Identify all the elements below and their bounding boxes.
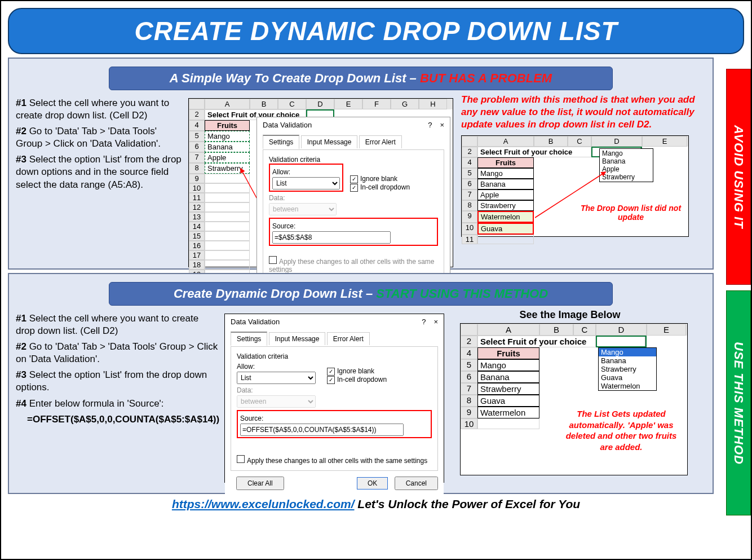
- help-icon[interactable]: ?: [422, 318, 426, 326]
- sidebar-avoid: AVOID USING IT: [726, 69, 751, 285]
- tab-settings[interactable]: Settings: [231, 332, 267, 346]
- see-image-label: See the Image Below: [449, 309, 691, 321]
- incell-dropdown-checkbox[interactable]: ✓: [350, 184, 358, 192]
- data-validation-dialog-2: Data Validation?× Settings Input Message…: [224, 314, 444, 483]
- section1-steps: #1 Select the cell where you want to cre…: [16, 94, 184, 195]
- close-icon[interactable]: ×: [433, 318, 438, 326]
- incell-dropdown-checkbox[interactable]: ✓: [327, 376, 335, 384]
- section-simple-way: A Simple Way To Create Drop Down List – …: [8, 58, 714, 270]
- screenshot-problem-grid: ABCDE 2Select Fruit of your choice▼ 4Fru…: [461, 135, 689, 237]
- problem-note: The problem with this method is that whe…: [461, 94, 700, 131]
- apply-all-checkbox[interactable]: [269, 256, 277, 264]
- tab-error-alert[interactable]: Error Alert: [327, 332, 370, 345]
- page-title: CREATE DYNAMIC DROP DOWN LIST: [135, 16, 618, 46]
- updated-note: The List Gets updated automatically. 'Ap…: [562, 408, 680, 452]
- tab-error-alert[interactable]: Error Alert: [359, 135, 402, 148]
- cancel-button[interactable]: Cancel: [395, 477, 438, 490]
- close-icon[interactable]: ×: [440, 121, 444, 129]
- ignore-blank-checkbox[interactable]: ✓: [350, 175, 358, 183]
- tab-input-message[interactable]: Input Message: [269, 332, 326, 345]
- data-select: between: [269, 203, 337, 215]
- section2-steps: #1 Select the cell where you want to cre…: [16, 309, 220, 429]
- footer-link[interactable]: https://www.excelunlocked.com/: [172, 497, 355, 510]
- tab-settings[interactable]: Settings: [263, 135, 299, 149]
- section2-header: Create Dynamic Drop Down List – START US…: [109, 282, 613, 306]
- not-updated-note: The Drop Down list did not update: [580, 204, 682, 222]
- screenshot-simple-grid-dialog: ABCDEFGH 2Select Fruit of your choice 4F…: [188, 98, 453, 267]
- source-input[interactable]: [240, 424, 404, 436]
- data-select: between: [237, 395, 316, 408]
- ok-button[interactable]: OK: [357, 477, 388, 490]
- dropdown-arrow-icon[interactable]: ▼: [645, 337, 647, 347]
- help-icon[interactable]: ?: [428, 121, 432, 129]
- allow-select[interactable]: List: [237, 372, 316, 384]
- allow-select[interactable]: List: [272, 177, 340, 189]
- dialog-title: Data Validation: [231, 318, 280, 326]
- source-input[interactable]: [272, 231, 391, 244]
- clear-all-button[interactable]: Clear All: [236, 477, 284, 490]
- page-title-bar: CREATE DYNAMIC DROP DOWN LIST: [8, 8, 744, 54]
- screenshot-dynamic-grid: ABCDE 2Select Fruit of your choice▼ 4Fru…: [460, 323, 688, 475]
- sidebar-use: USE THIS METHOD: [726, 290, 751, 515]
- formula-text: =OFFSET($A$5,0,0,COUNTA($A$5:$A$14)): [27, 414, 219, 425]
- footer: https://www.excelunlocked.com/ Let's Unl…: [6, 497, 746, 511]
- tab-input-message[interactable]: Input Message: [301, 135, 358, 148]
- dropdown-list[interactable]: Mango Banana Strawberry Guava Watermelon: [598, 347, 657, 391]
- apply-all-checkbox[interactable]: [237, 455, 245, 463]
- section-dynamic: Create Dynamic Drop Down List – START US…: [8, 273, 714, 494]
- ignore-blank-checkbox[interactable]: ✓: [327, 368, 335, 376]
- section1-header: A Simple Way To Create Drop Down List – …: [109, 67, 613, 90]
- dialog-title: Data Validation: [263, 121, 312, 129]
